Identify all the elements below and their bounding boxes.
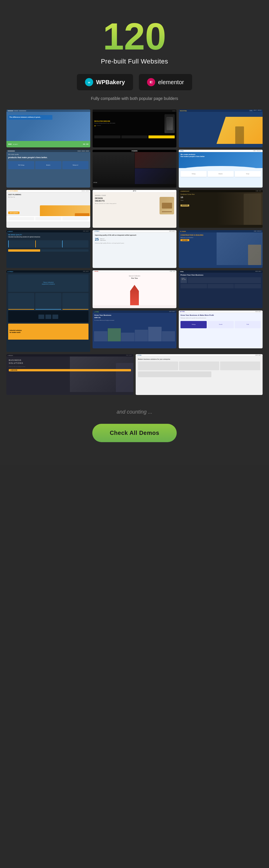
demo-thumb-8: APTO MINIMAL CHAIR DESIGNOBJECTS Modern … xyxy=(93,190,176,228)
svg-rect-2 xyxy=(149,80,153,84)
demo-thumb-5: FASHION STYLE xyxy=(93,150,176,188)
demo-thumb-1: The difference between ordinary & great.… xyxy=(6,110,90,147)
grow-label-text: Grow Your Business & Make More Profit xyxy=(180,314,261,317)
page-wrapper: 120 Pre-built Full Websites W WPBakery xyxy=(0,0,269,465)
demo-thumb-16: XTRAL HOME ABOUT Protect Your Own Busine… xyxy=(179,270,263,308)
demo-item-10[interactable]: ■ MANUF. HOME ABOUT WE MAKE QUALITY Indu… xyxy=(6,230,90,268)
svg-rect-5 xyxy=(152,83,152,83)
demo-item-18[interactable]: ● WORLD HOME ABOUT BUSINESSSOLUTIONS Pro… xyxy=(6,354,133,395)
demos-row-4: ■ MANUF. HOME ABOUT WE MAKE QUALITY Indu… xyxy=(6,230,263,268)
demo-item-11[interactable]: ● STRALE HOME ABOUT Improving quality of… xyxy=(93,230,176,268)
counting-text: and counting ... xyxy=(116,409,152,415)
elementor-icon xyxy=(147,78,155,86)
demo-thumb-11: ● STRALE HOME ABOUT Improving quality of… xyxy=(93,230,176,268)
demo-thumb-19: ● STRAL HOME ABOUT Modern business solut… xyxy=(136,354,263,395)
demo-item-16[interactable]: XTRAL HOME ABOUT Protect Your Own Busine… xyxy=(179,270,263,308)
demos-row-6: ● WORLD HOME ABOUT BUSINESSSOLUTIONS Pro… xyxy=(6,354,263,395)
demo-item-7[interactable]: ★ LUX PLUMBING JUST PLUMBINGWe Show Up G… xyxy=(6,190,90,228)
elementor-badge[interactable]: elementor xyxy=(139,74,192,90)
hero-number: 120 xyxy=(103,18,166,55)
svg-text:W: W xyxy=(88,81,90,84)
demo-item-1[interactable]: The difference between ordinary & great.… xyxy=(6,110,90,147)
demo-item-12[interactable]: ⚙ CRAINS HOME SERVICES construcTion % BU… xyxy=(179,230,263,268)
demo-thumb-10: ■ MANUF. HOME ABOUT WE MAKE QUALITY Indu… xyxy=(6,230,90,268)
demo-item-15[interactable]: ▲ STRAL HOME ABOUT Grow Your Businesswit… xyxy=(93,310,176,348)
demos-row-3: ★ LUX PLUMBING JUST PLUMBINGWe Show Up G… xyxy=(6,190,263,228)
svg-rect-4 xyxy=(152,81,152,82)
construction-label-text: construcTion % BUILding xyxy=(180,234,261,236)
demo-item-2[interactable]: ● ● ● REVOLUTION SKINCARE Premium beauty… xyxy=(93,110,176,147)
demo-thumb-18: ● WORLD HOME ABOUT BUSINESSSOLUTIONS Pro… xyxy=(6,354,133,395)
demo-thumb-12: ⚙ CRAINS HOME SERVICES construcTion % BU… xyxy=(179,230,263,268)
demo-item-8[interactable]: APTO MINIMAL CHAIR DESIGNOBJECTS Modern … xyxy=(93,190,176,228)
demo-thumb-13: ■ STRALE HOME ABOUT Heavy industrialequi… xyxy=(6,270,90,352)
demo-item-19[interactable]: ● STRAL HOME ABOUT Modern business solut… xyxy=(136,354,263,395)
protect-label-text: Protect Your Own Business xyxy=(180,274,261,276)
demo-item-13[interactable]: ■ STRALE HOME ABOUT Heavy industrialequi… xyxy=(6,270,90,352)
hero-subtitle: Pre-built Full Websites xyxy=(101,58,168,65)
demo-col-mid: ● MODA HOME SHOP Special Collection For … xyxy=(93,270,176,352)
demo-item-17[interactable]: ◆ XTRAL HOME ABOUT Grow Your Business & … xyxy=(179,310,263,348)
demo-item-3[interactable]: INDUSTRIAL HOME ABOUT SERVICE SAFET xyxy=(179,110,263,147)
check-all-demos-button[interactable]: Check All Demos xyxy=(92,424,177,442)
demo-thumb-3: INDUSTRIAL HOME ABOUT SERVICE SAFET xyxy=(179,110,263,147)
demo-thumb-6: XTRAL HOME PRODUCTS We create productsth… xyxy=(179,150,263,188)
demos-section: The difference between ordinary & great.… xyxy=(6,110,263,397)
demos-row-1: The difference between ordinary & great.… xyxy=(6,110,263,147)
wpbakery-badge[interactable]: W WPBakery xyxy=(77,74,133,90)
wpbakery-label: WPBakery xyxy=(96,79,125,86)
demos-row-5: ■ STRALE HOME ABOUT Heavy industrialequi… xyxy=(6,270,263,352)
demo-item-6[interactable]: XTRAL HOME PRODUCTS We create productsth… xyxy=(179,150,263,188)
demo-thumb-17: ◆ XTRAL HOME ABOUT Grow Your Business & … xyxy=(179,310,263,348)
builders-row: W WPBakery elementor xyxy=(77,74,192,90)
demo-item-14[interactable]: ● MODA HOME SHOP Special Collection For … xyxy=(93,270,176,308)
compatibility-text: Fully compatible with both popular page … xyxy=(91,96,178,101)
demo-item-4[interactable]: We make quality products that make peopl… xyxy=(6,150,90,188)
elementor-label: elementor xyxy=(158,79,184,86)
demos-row-2: We make quality products that make peopl… xyxy=(6,150,263,188)
demo-item-9[interactable]: ✂ BARBERSHOP HOME BOOK Gentleman Comes H… xyxy=(179,190,263,228)
demo-thumb-7: ★ LUX PLUMBING JUST PLUMBINGWe Show Up G… xyxy=(6,190,90,228)
demo-thumb-2: ● ● ● REVOLUTION SKINCARE Premium beauty… xyxy=(93,110,176,147)
demo-thumb-15: ▲ STRAL HOME ABOUT Grow Your Businesswit… xyxy=(93,310,176,348)
demo-thumb-9: ✂ BARBERSHOP HOME BOOK Gentleman Comes H… xyxy=(179,190,263,228)
demo-thumb-4: We make quality products that make peopl… xyxy=(6,150,90,188)
demo-thumb-14: ● MODA HOME SHOP Special Collection For … xyxy=(93,270,176,308)
demo-item-5[interactable]: FASHION STYLE xyxy=(93,150,176,188)
svg-rect-3 xyxy=(150,81,151,83)
demo-col-right: XTRAL HOME ABOUT Protect Your Own Busine… xyxy=(179,270,263,352)
wpbakery-icon: W xyxy=(85,78,93,86)
